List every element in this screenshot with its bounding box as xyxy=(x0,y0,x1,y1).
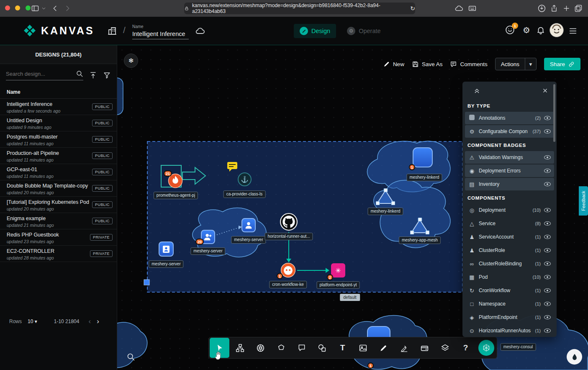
hamburger-menu-icon[interactable] xyxy=(568,26,578,36)
component-row-service[interactable]: △ Service (8) xyxy=(465,217,554,230)
component-row-cronworkflow[interactable]: ↻ CronWorkflow (1) xyxy=(465,284,554,297)
sticker-shapes-tool[interactable] xyxy=(312,338,332,358)
close-window-button[interactable] xyxy=(5,5,10,10)
node-prometheus[interactable]: 21 xyxy=(168,173,183,188)
kubernetes-tool[interactable] xyxy=(251,338,270,358)
visibility-eye-icon[interactable] xyxy=(544,129,551,134)
visibility-eye-icon[interactable] xyxy=(544,155,551,159)
node-label[interactable]: ca-provider-class-ls xyxy=(223,190,266,198)
media-tool[interactable] xyxy=(353,338,373,358)
namespace-label-default[interactable]: default xyxy=(340,294,360,301)
visibility-eye-icon[interactable] xyxy=(544,208,551,212)
next-page-button[interactable]: › xyxy=(97,317,99,326)
avatar[interactable] xyxy=(549,23,564,38)
component-row-deployment[interactable]: ◎ Deployment (10) xyxy=(465,204,554,216)
node-label[interactable]: platform-endpoint-yt xyxy=(317,281,360,289)
visibility-eye-icon[interactable] xyxy=(544,302,551,306)
panel-scrollbar[interactable] xyxy=(553,84,555,142)
design-list-item[interactable]: [Tutorial] Exploring Kubernetes Pod upda… xyxy=(0,197,117,213)
node-label[interactable]: meshery-server xyxy=(190,247,225,255)
actions-caret-icon[interactable]: ▾ xyxy=(525,58,536,70)
canvas-settings-button[interactable]: ❄ xyxy=(124,54,138,68)
actions-split-button[interactable]: Actions ▾ xyxy=(495,58,537,70)
node-label[interactable]: meshery-app-mesh xyxy=(399,236,441,244)
node-label[interactable]: meshery-linkerd xyxy=(406,174,442,181)
organization-icon[interactable] xyxy=(107,26,117,36)
collapse-all-icon[interactable] xyxy=(473,87,480,94)
filter-icon[interactable] xyxy=(103,71,111,79)
address-bar[interactable]: kanvas.new/extension/meshmap?mode=design… xyxy=(184,3,415,14)
visibility-eye-icon[interactable] xyxy=(544,169,551,173)
card-tool[interactable] xyxy=(415,338,434,358)
badge-row-inventory[interactable]: ▤ Inventory xyxy=(465,178,554,190)
notification-status-icon[interactable]: 1 xyxy=(505,25,515,35)
pan-hand-icon[interactable] xyxy=(213,349,223,360)
design-list-item[interactable]: Double Bubble Map Template-copy updated … xyxy=(0,180,117,197)
actions-button[interactable]: Actions xyxy=(496,58,525,70)
search-text-input[interactable] xyxy=(6,71,69,77)
design-list-item[interactable]: Enigma example updated 21 minutes ago PU… xyxy=(0,213,117,229)
layer-row-configurable-components[interactable]: ⚙ Configurable Compon (37) xyxy=(465,125,554,138)
node-server-c[interactable] xyxy=(159,242,174,257)
search-icon[interactable] xyxy=(76,70,83,77)
component-row-clusterrole[interactable]: ♟ ClusterRole (1) xyxy=(465,244,554,257)
visibility-eye-icon[interactable] xyxy=(544,182,551,186)
node-server-b[interactable]: 20 xyxy=(201,230,215,244)
visibility-eye-icon[interactable] xyxy=(544,329,551,333)
settings-gear-icon[interactable]: ⚙ xyxy=(523,25,530,35)
icloud-tab-icon[interactable] xyxy=(454,4,463,13)
close-panel-icon[interactable] xyxy=(542,87,548,94)
comment-tool[interactable] xyxy=(292,338,311,358)
design-list-item[interactable]: Redis PHP Guestbook updated 23 minutes a… xyxy=(0,229,117,246)
node-runner[interactable] xyxy=(280,213,298,231)
visibility-eye-icon[interactable] xyxy=(544,262,551,266)
node-label[interactable]: meshery-consul xyxy=(501,343,536,351)
component-row-namespace[interactable]: □ Namespace (1) xyxy=(465,298,554,310)
new-design-button[interactable]: New xyxy=(383,61,404,67)
comment-annotation[interactable] xyxy=(227,162,238,172)
shapes-tool[interactable] xyxy=(271,338,291,358)
prev-page-button[interactable]: ‹ xyxy=(88,317,91,326)
node-ca-provider[interactable]: ⚓ xyxy=(238,172,252,186)
mesh-designer-tool[interactable] xyxy=(230,338,250,358)
layer-row-annotations[interactable]: Annotations (2) xyxy=(465,112,554,124)
node-label[interactable]: meshery-linkerd xyxy=(367,208,403,215)
design-list-item[interactable]: Intelligent Inference updated a few seco… xyxy=(0,99,117,115)
zoom-tool-icon[interactable] xyxy=(126,352,135,361)
visibility-eye-icon[interactable] xyxy=(544,275,551,279)
rows-per-page-select[interactable]: 10 ▾ xyxy=(28,319,37,324)
tab-design[interactable]: Design xyxy=(294,24,336,38)
tab-overview-icon[interactable] xyxy=(574,4,583,13)
notifications-bell-icon[interactable] xyxy=(536,26,545,35)
text-tool[interactable]: T xyxy=(333,338,352,358)
node-label[interactable]: prometheus-agent-pj xyxy=(154,192,198,199)
traffic-lights[interactable] xyxy=(5,5,31,12)
design-list-item[interactable]: Postgres multi-master updated 11 minutes… xyxy=(0,131,117,148)
draw-tool[interactable] xyxy=(374,338,393,358)
help-tool[interactable]: ? xyxy=(456,338,475,358)
design-name-input[interactable] xyxy=(132,30,189,39)
share-button[interactable]: Share xyxy=(544,58,580,70)
node-cron-workflow[interactable]: 1 xyxy=(280,262,296,278)
extensions-icon[interactable] xyxy=(468,4,477,13)
node-label[interactable]: meshery-server xyxy=(149,260,183,268)
downloads-icon[interactable] xyxy=(537,4,546,13)
kanvas-logo[interactable]: KANVAS xyxy=(23,24,95,37)
node-label[interactable]: horizontal-runner-aut... xyxy=(264,233,313,240)
component-row-pod[interactable]: ▦ Pod (10) xyxy=(465,271,554,283)
feedback-tab[interactable]: Feedback xyxy=(579,186,588,216)
visibility-eye-icon[interactable] xyxy=(544,221,551,226)
node-label[interactable]: cron-workflow-ke xyxy=(269,281,307,288)
design-list-item[interactable]: GCP-east-01 updated 11 minutes ago PUBLI… xyxy=(0,164,117,180)
assistant-button[interactable] xyxy=(567,349,582,365)
minimize-window-button[interactable] xyxy=(15,5,20,10)
share-page-icon[interactable] xyxy=(550,4,558,13)
badge-row-validation-warnings[interactable]: ⚠ Validation Warnings xyxy=(465,151,554,164)
column-header-name[interactable]: Name xyxy=(0,85,117,99)
node-linkerd-mid[interactable] xyxy=(376,188,395,205)
visibility-eye-icon[interactable] xyxy=(544,315,551,319)
tab-group-chevron-icon[interactable] xyxy=(41,6,46,11)
design-list-item[interactable]: EC2-CONTROLLER updated 28 minutes ago PR… xyxy=(0,246,117,262)
node-label[interactable]: meshery-server xyxy=(231,236,266,244)
node-server-a[interactable] xyxy=(241,218,256,232)
